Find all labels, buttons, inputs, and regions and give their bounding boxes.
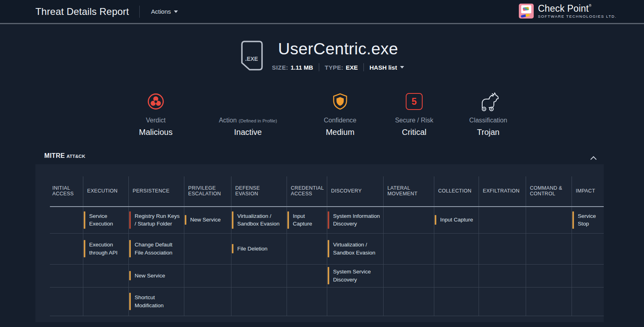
technique-cell[interactable]: Shortcut Modification: [128, 287, 184, 316]
hash-list-label: HASH list: [369, 64, 397, 71]
empty-cell: [434, 287, 479, 316]
empty-cell: [327, 287, 383, 316]
size-label: SIZE:: [272, 64, 288, 71]
empty-cell: [383, 287, 434, 316]
column-header: DISCOVERY: [327, 176, 383, 207]
registered-mark: ®: [589, 4, 592, 8]
empty-cell: [479, 264, 526, 287]
empty-cell: [526, 264, 572, 287]
technique-cell[interactable]: New Service: [184, 207, 231, 233]
technique-cell[interactable]: Change Default File Association: [128, 233, 184, 264]
trojan-horse-icon: [477, 91, 500, 112]
severity-bar: [129, 240, 131, 257]
key-icon: [521, 14, 530, 18]
verdict-label: Verdict: [146, 117, 166, 124]
classification-badge: Classification Trojan: [466, 90, 510, 137]
technique-cell[interactable]: File Deletion: [231, 233, 287, 264]
technique-cell[interactable]: Execution through API: [83, 233, 128, 264]
technique-label: System Service Discovery: [333, 269, 371, 283]
checkpoint-logo: Check Point® SOFTWARE TECHNOLOGIES LTD.: [519, 4, 617, 19]
confidence-value: Medium: [326, 128, 354, 137]
technique-label: New Service: [190, 217, 221, 223]
mitre-title: MITRE: [44, 152, 65, 159]
technique-label: Input Capture: [293, 213, 312, 227]
technique-cell[interactable]: Registry Run Keys / Startup Folder: [128, 207, 184, 233]
technique-label: Virtualization / Sandbox Evasion: [237, 213, 280, 227]
empty-cell: [83, 264, 128, 287]
severity-bar: [84, 211, 85, 229]
risk-level-icon: 5: [406, 93, 423, 110]
action-note: (Defined in Profile): [239, 118, 277, 123]
technique-cell[interactable]: System Information Discovery: [327, 207, 383, 233]
column-header: IMPACT: [572, 176, 604, 207]
column-header: EXFILTRATION: [479, 176, 526, 207]
risk-value: Critical: [402, 128, 426, 137]
empty-cell: [383, 207, 434, 233]
empty-cell: [50, 233, 83, 264]
technique-cell[interactable]: Input Capture: [287, 207, 327, 233]
mitre-matrix-panel: INITIAL ACCESSEXECUTIONPERSISTENCEPRIVIL…: [35, 164, 604, 322]
technique-label: Shortcut Modification: [135, 294, 164, 308]
chevron-down-icon: [174, 10, 178, 13]
action-badge: Action(Defined in Profile) Inactive: [208, 90, 288, 137]
empty-cell: [526, 233, 572, 264]
empty-cell: [50, 264, 83, 287]
header-divider: [0, 23, 644, 24]
risk-label: Secure / Risk: [395, 117, 433, 124]
column-header: LATERAL MOVEMENT: [383, 176, 434, 207]
exe-file-icon: .EXE: [240, 40, 263, 71]
empty-cell: [83, 287, 128, 316]
file-name: UserCentric.exe: [278, 39, 398, 58]
empty-cell: [572, 233, 604, 264]
status-badges: Verdict Malicious Action(Defined in Prof…: [0, 90, 644, 137]
meta-divider: [363, 63, 364, 71]
mitre-matrix: INITIAL ACCESSEXECUTIONPERSISTENCEPRIVIL…: [50, 176, 604, 316]
technique-label: File Deletion: [237, 246, 268, 252]
verdict-value: Malicious: [139, 128, 172, 137]
empty-cell: [479, 207, 526, 233]
empty-cell: [572, 287, 604, 316]
meta-divider: [319, 63, 319, 71]
severity-bar: [328, 267, 329, 284]
technique-label: Service Execution: [89, 213, 113, 227]
file-header: .EXE UserCentric.exe SIZE:1.11 MB TYPE:E…: [0, 39, 644, 71]
technique-cell[interactable]: Input Capture: [434, 207, 479, 233]
technique-cell[interactable]: Service Execution: [83, 207, 128, 233]
severity-bar: [129, 271, 131, 281]
brand-name: Check Point: [538, 3, 588, 14]
technique-cell[interactable]: System Service Discovery: [327, 264, 383, 287]
verdict-badge: Verdict Malicious: [134, 90, 178, 137]
action-value: Inactive: [234, 128, 262, 137]
hash-list-dropdown[interactable]: HASH list: [369, 64, 404, 71]
technique-label: New Service: [135, 273, 165, 279]
empty-cell: [434, 233, 479, 264]
empty-cell: [383, 264, 434, 287]
technique-cell[interactable]: Service Stop: [572, 207, 604, 233]
malware-icon: [147, 93, 165, 110]
matrix-row: Execution through APIChange Default File…: [50, 233, 604, 264]
actions-label: Actions: [151, 8, 171, 15]
collapse-section-icon[interactable]: [591, 155, 596, 161]
technique-cell[interactable]: New Service: [128, 264, 184, 287]
technique-cell[interactable]: Virtualization / Sandbox Evasion: [327, 233, 383, 264]
column-header: DEFENSE EVASION: [231, 176, 287, 207]
page-title: Threat Details Report: [35, 6, 129, 17]
column-header: CREDENTIAL ACCESS: [287, 176, 327, 207]
exe-file-icon-label: .EXE: [245, 56, 258, 62]
empty-cell: [287, 287, 327, 316]
empty-cell: [50, 287, 83, 316]
column-header: INITIAL ACCESS: [50, 176, 83, 207]
chevron-down-icon: [400, 66, 404, 68]
severity-bar: [185, 215, 186, 225]
column-header: PERSISTENCE: [128, 176, 184, 207]
column-header: COMMAND & CONTROL: [526, 176, 572, 207]
technique-cell[interactable]: Virtualization / Sandbox Evasion: [231, 207, 287, 233]
empty-cell: [434, 264, 479, 287]
brand-subtitle: SOFTWARE TECHNOLOGIES LTD.: [538, 14, 617, 19]
title-divider: [139, 6, 140, 18]
empty-cell: [184, 264, 231, 287]
checkpoint-logo-icon: [519, 4, 534, 19]
severity-bar: [84, 240, 85, 257]
classification-value: Trojan: [477, 128, 500, 137]
actions-menu-button[interactable]: Actions: [151, 8, 178, 15]
